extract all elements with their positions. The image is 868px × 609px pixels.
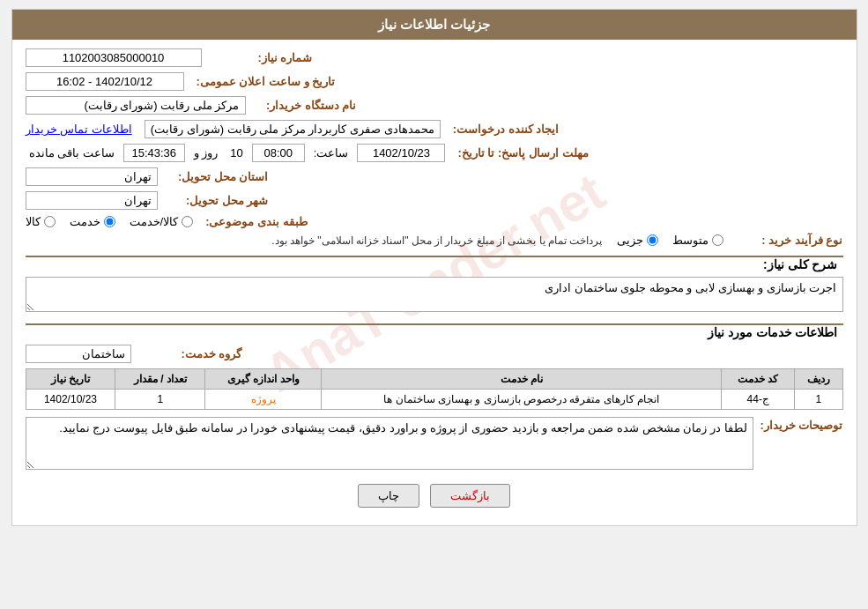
tabaqe-kala-label: کالا bbox=[26, 215, 41, 228]
nov-motevaset-item[interactable]: متوسط bbox=[672, 234, 723, 247]
buttons-row: بازگشت چاپ bbox=[26, 484, 843, 508]
mohlat-saat-label: ساعت: bbox=[314, 146, 349, 160]
nam-dastgah-label: نام دستگاه خریدار: bbox=[251, 99, 357, 112]
cell-kod: ج-44 bbox=[722, 390, 795, 410]
mohlat-label: مهلت ارسال پاسخ: تا تاریخ: bbox=[450, 146, 588, 160]
table-row: 1 ج-44 انجام کارهای متفرقه درخصوص بازساز… bbox=[26, 390, 842, 410]
ijad-konande-row: ایجاد کننده درخواست: محمدهادی صفری کاربر… bbox=[26, 120, 843, 138]
tabaqe-khedmat-item[interactable]: خدمت bbox=[70, 215, 115, 228]
content-area: شماره نیاز: 1102003085000010 تاریخ و ساع… bbox=[12, 40, 857, 525]
col-radif: ردیف bbox=[795, 369, 842, 390]
ijad-konande-value: محمدهادی صفری کاربردار مرکز ملی رقابت (ش… bbox=[145, 120, 441, 138]
ostan-label: استان محل تحویل: bbox=[163, 170, 269, 183]
shahr-label: شهر محل تحویل: bbox=[163, 194, 269, 207]
tabaqe-kala-khedmat-radio[interactable] bbox=[182, 216, 193, 227]
tabaqe-kala-item[interactable]: کالا bbox=[26, 215, 56, 228]
buyer-notes-textarea[interactable]: لطفا در زمان مشخص شده ضمن مراجعه و بازدی… bbox=[26, 417, 753, 470]
sharh-row: اجرت بازسازی و بهسازی لابی و محوطه جلوی … bbox=[26, 277, 843, 315]
tarikh-value: 1402/10/12 - 16:02 bbox=[26, 72, 184, 91]
mohlat-date-value: 1402/10/23 bbox=[357, 144, 445, 162]
page-container: جزئیات اطلاعات نیاز AnaT ender.net شماره… bbox=[11, 9, 857, 526]
table-header-row: ردیف کد خدمت نام خدمت واحد اندازه گیری ت… bbox=[26, 369, 842, 390]
back-button[interactable]: بازگشت bbox=[430, 484, 510, 508]
tarikh-label: تاریخ و ساعت اعلان عمومی: bbox=[189, 75, 336, 88]
cell-tarikh: 1402/10/23 bbox=[26, 390, 115, 410]
col-tedad: تعداد / مقدار bbox=[115, 369, 205, 390]
col-nam: نام خدمت bbox=[322, 369, 722, 390]
gorohe-row: گروه خدمت: ساختمان bbox=[26, 345, 843, 363]
buyer-notes-row: توصیحات خریدار: لطفا در زمان مشخص شده ضم… bbox=[26, 417, 843, 470]
mohlat-saat-value: 08:00 bbox=[252, 144, 305, 162]
nam-dastgah-row: نام دستگاه خریدار: مرکز ملی رقابت (شورای… bbox=[26, 96, 843, 115]
nov-note: پرداخت تمام یا بخشی از مبلغ خریدار از مح… bbox=[26, 234, 603, 247]
mohlat-row: مهلت ارسال پاسخ: تا تاریخ: 1402/10/23 سا… bbox=[26, 144, 843, 162]
etelaat-tamas-link[interactable]: اطلاعات تماس خریدار bbox=[26, 123, 132, 136]
watermark-area: AnaT ender.net شماره نیاز: 1102003085000… bbox=[12, 40, 857, 525]
col-kod: کد خدمت bbox=[722, 369, 795, 390]
nov-farayand-label: نوع فرآیند خرید : bbox=[729, 234, 843, 247]
page-header: جزئیات اطلاعات نیاز bbox=[12, 10, 857, 40]
tabaqe-kala-radio[interactable] bbox=[44, 216, 56, 227]
mohlat-baqi-label: ساعت باقی مانده bbox=[29, 146, 115, 160]
shahr-value: تهران bbox=[26, 191, 158, 210]
gorohe-value: ساختمان bbox=[26, 345, 131, 363]
tabaqe-radio-group: کالا/خدمت خدمت کالا bbox=[26, 215, 194, 228]
cell-vahed: پروژه bbox=[205, 390, 322, 410]
ostan-value: تهران bbox=[26, 167, 158, 186]
nov-jozii-label: جزیی bbox=[617, 234, 643, 247]
khadamat-section-title: اطلاعات خدمات مورد نیاز bbox=[702, 325, 843, 339]
cell-tedad: 1 bbox=[115, 390, 205, 410]
nov-farayand-row: نوع فرآیند خرید : متوسط جزیی پرداخت تمام… bbox=[26, 234, 843, 247]
gorohe-label: گروه خدمت: bbox=[137, 347, 242, 360]
content-inner: شماره نیاز: 1102003085000010 تاریخ و ساع… bbox=[12, 40, 857, 525]
col-vahed: واحد اندازه گیری bbox=[205, 369, 322, 390]
tabaqe-row: طبقه بندی موضوعی: کالا/خدمت خدمت کالا bbox=[26, 215, 843, 228]
tabaqe-khedmat-label: خدمت bbox=[70, 215, 100, 228]
nam-dastgah-value: مرکز ملی رقابت (شورای رقابت) bbox=[26, 96, 246, 115]
buyer-notes-label: توصیحات خریدار: bbox=[753, 417, 843, 432]
col-tarikh: تاریخ نیاز bbox=[26, 369, 115, 390]
mohlat-roz-value: 10 bbox=[230, 146, 242, 160]
nov-motevaset-radio[interactable] bbox=[712, 234, 723, 246]
khadamat-divider: اطلاعات خدمات مورد نیاز bbox=[26, 323, 843, 339]
sharh-divider: شرح کلی نیاز: bbox=[26, 256, 843, 271]
ijad-konande-label: ایجاد کننده درخواست: bbox=[446, 123, 560, 136]
cell-nam: انجام کارهای متفرقه درخصوص بازسازی و بهس… bbox=[322, 390, 722, 410]
sharh-section-title: شرح کلی نیاز: bbox=[758, 257, 842, 271]
tabaqe-kala-khedmat-item[interactable]: کالا/خدمت bbox=[130, 215, 194, 228]
nov-radio-group: متوسط جزیی bbox=[617, 234, 723, 247]
tarikh-row: تاریخ و ساعت اعلان عمومی: 1402/10/12 - 1… bbox=[26, 72, 843, 91]
shahr-row: شهر محل تحویل: تهران bbox=[26, 191, 843, 210]
tabaqe-kala-khedmat-label: کالا/خدمت bbox=[130, 215, 179, 228]
shimare-niaz-row: شماره نیاز: 1102003085000010 bbox=[26, 48, 843, 67]
cell-radif: 1 bbox=[795, 390, 842, 410]
shimare-niaz-value: 1102003085000010 bbox=[26, 48, 202, 67]
page-title: جزئیات اطلاعات نیاز bbox=[378, 17, 490, 32]
nov-jozii-item[interactable]: جزیی bbox=[617, 234, 658, 247]
shimare-niaz-label: شماره نیاز: bbox=[207, 51, 313, 64]
services-table: ردیف کد خدمت نام خدمت واحد اندازه گیری ت… bbox=[26, 368, 843, 410]
tabaqe-khedmat-radio[interactable] bbox=[104, 216, 115, 227]
mohlat-roz-label: روز و bbox=[194, 146, 219, 160]
ostan-row: استان محل تحویل: تهران bbox=[26, 167, 843, 186]
sharh-textarea[interactable]: اجرت بازسازی و بهسازی لابی و محوطه جلوی … bbox=[26, 277, 843, 312]
tabaqe-label: طبقه بندی موضوعی: bbox=[198, 215, 308, 228]
print-button[interactable]: چاپ bbox=[358, 484, 419, 508]
nov-motevaset-label: متوسط bbox=[672, 234, 708, 247]
mohlat-clock-value: 15:43:36 bbox=[123, 144, 185, 162]
nov-jozii-radio[interactable] bbox=[647, 234, 658, 246]
